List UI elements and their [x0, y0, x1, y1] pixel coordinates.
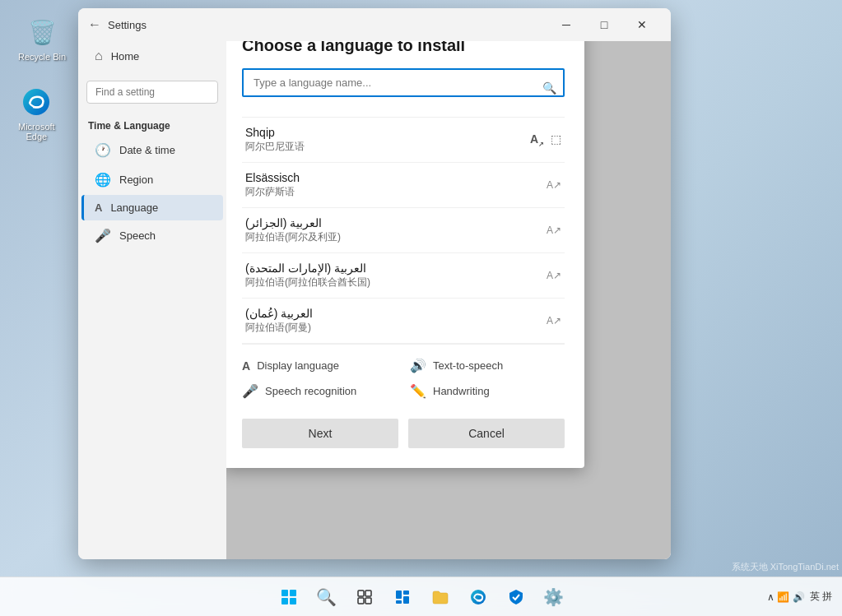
svg-rect-1: [281, 590, 288, 596]
feature-speech-rec-label: Speech recognition: [265, 385, 356, 397]
desktop: 🗑️ Recycle Bin MicrosoftEdge ← Setti: [0, 0, 842, 616]
sidebar-item-date-time[interactable]: 🕐 Date & time: [81, 136, 223, 164]
watermark: 系统天地 XiTongTianDi.net: [732, 561, 839, 573]
lang-icons-shqip: A↗ ⬚: [530, 132, 561, 148]
file-explorer-btn[interactable]: [424, 581, 457, 614]
feature-display-lang-label: Display language: [257, 359, 339, 372]
security-btn[interactable]: [500, 581, 533, 614]
feature-speech-recognition: 🎤 Speech recognition: [242, 383, 397, 399]
settings-window-title: Settings: [108, 19, 147, 31]
text-to-speech-icon: 🔊: [410, 358, 426, 373]
settings-taskbar-btn[interactable]: ⚙️: [537, 581, 570, 614]
svg-point-13: [471, 590, 486, 604]
lang-indicator: 英 拼: [810, 590, 832, 604]
settings-main: Language ＋ Add a language Remove A 🎤 🔗 ✏…: [226, 41, 671, 559]
start-btn[interactable]: [272, 581, 305, 614]
lang-name-arabic-dz: العربية (الجزائر): [245, 216, 547, 229]
sidebar-search-input[interactable]: [86, 81, 218, 104]
svg-rect-9: [396, 591, 402, 599]
svg-rect-10: [403, 591, 409, 595]
close-btn[interactable]: ✕: [623, 12, 661, 38]
lang-icons-arabic-ae: A↗: [547, 270, 561, 281]
lang-name-arabic-ae: العربية (الإمارات المتحدة): [245, 262, 547, 275]
taskbar: 🔍: [0, 577, 842, 616]
lang-icons-arabic-dz: A↗: [547, 225, 561, 236]
display-lang-icon: A: [242, 359, 250, 373]
date-time-icon: 🕐: [95, 142, 111, 158]
sidebar-item-language[interactable]: A Language: [81, 195, 223, 220]
language-search-input[interactable]: [242, 68, 565, 97]
handwriting-icon: ✏️: [410, 383, 426, 399]
lang-icons-elsassisch: A↗: [547, 179, 561, 191]
minimize-btn[interactable]: ─: [547, 12, 585, 38]
list-item[interactable]: العربية (الإمارات المتحدة) 阿拉伯语(阿拉伯联合酋长国…: [242, 253, 565, 299]
sidebar-item-speech[interactable]: 🎤 Speech: [81, 221, 223, 250]
settings-titlebar: ← Settings ─ □ ✕: [78, 8, 671, 41]
svg-rect-2: [290, 590, 296, 596]
lang-name-shqip: Shqip: [245, 126, 530, 139]
widgets-btn[interactable]: [386, 581, 419, 614]
language-dialog: Choose a language to install 🔍 Shqip: [226, 41, 584, 468]
lang-icon-text2: A↗: [547, 179, 561, 191]
speech-icon: 🎤: [95, 228, 111, 243]
sidebar-item-region[interactable]: 🌐 Region: [81, 165, 223, 194]
dialog-title: Choose a language to install: [242, 41, 565, 55]
svg-rect-11: [403, 596, 409, 604]
system-tray-icons: ∧ 📶 🔊: [767, 591, 805, 603]
settings-window: ← Settings ─ □ ✕ ⌂ Home Time & Language …: [78, 8, 671, 559]
lang-icon-text5: A↗: [547, 315, 561, 327]
sidebar-home[interactable]: ⌂ Home: [81, 42, 223, 70]
svg-point-0: [23, 89, 49, 115]
feature-handwriting: ✏️ Handwriting: [410, 383, 565, 399]
sidebar-region-label: Region: [119, 174, 153, 186]
speech-rec-icon: 🎤: [242, 383, 258, 399]
list-item[interactable]: العربية (عُمان) 阿拉伯语(阿曼) A↗: [242, 299, 565, 344]
edge-taskbar-btn[interactable]: [462, 581, 495, 614]
sidebar-date-time-label: Date & time: [119, 144, 175, 156]
feature-grid: A Display language 🔊 Text-to-speech 🎤 Sp: [242, 358, 565, 399]
search-wrapper: 🔍: [242, 68, 565, 107]
region-icon: 🌐: [95, 172, 111, 188]
taskbar-center: 🔍: [272, 581, 570, 614]
maximize-btn[interactable]: □: [585, 12, 623, 38]
svg-rect-7: [358, 598, 364, 604]
cancel-button[interactable]: Cancel: [408, 419, 565, 448]
svg-rect-5: [358, 591, 364, 596]
svg-rect-3: [281, 598, 288, 604]
lang-sub-shqip: 阿尔巴尼亚语: [245, 140, 530, 154]
search-icon: 🔍: [542, 81, 556, 95]
lang-name-elsassisch: Elsässisch: [245, 171, 547, 184]
lang-icon-text4: A↗: [547, 270, 561, 281]
svg-rect-4: [290, 598, 296, 604]
sidebar-language-label: Language: [110, 201, 158, 214]
sidebar-speech-label: Speech: [119, 229, 156, 242]
next-button[interactable]: Next: [242, 419, 398, 448]
lang-sub-arabic-om: 阿拉伯语(阿曼): [245, 321, 547, 335]
feature-tts-label: Text-to-speech: [433, 359, 503, 372]
lang-icon-text: A↗: [530, 132, 544, 148]
language-icon: A: [95, 201, 102, 214]
settings-back-btn[interactable]: ←: [88, 17, 101, 32]
edge-icon[interactable]: MicrosoftEdge: [15, 82, 58, 145]
list-item[interactable]: Elsässisch 阿尔萨斯语 A↗: [242, 163, 565, 208]
feature-handwriting-label: Handwriting: [433, 385, 490, 397]
title-controls: ─ □ ✕: [547, 12, 661, 38]
edge-label: MicrosoftEdge: [18, 122, 55, 141]
feature-text-to-speech: 🔊 Text-to-speech: [410, 358, 565, 373]
recycle-bin-icon[interactable]: 🗑️ Recycle Bin: [15, 12, 69, 65]
lang-icons-arabic-om: A↗: [547, 315, 561, 327]
dialog-buttons: Next Cancel: [242, 419, 565, 448]
sidebar: ⌂ Home Time & Language 🕐 Date & time 🌐 R…: [78, 41, 226, 559]
language-dialog-overlay: Choose a language to install 🔍 Shqip: [226, 41, 671, 559]
list-item[interactable]: Shqip 阿尔巴尼亚语 A↗ ⬚: [242, 118, 565, 163]
sidebar-home-label: Home: [111, 50, 140, 63]
lang-sub-arabic-ae: 阿拉伯语(阿拉伯联合酋长国): [245, 276, 547, 289]
task-view-btn[interactable]: [348, 581, 381, 614]
lang-sub-arabic-dz: 阿拉伯语(阿尔及利亚): [245, 230, 547, 244]
feature-display-lang: A Display language: [242, 358, 397, 373]
lang-icon-link: ⬚: [551, 132, 561, 148]
search-btn[interactable]: 🔍: [310, 581, 343, 614]
list-item[interactable]: العربية (الجزائر) 阿拉伯语(阿尔及利亚) A↗: [242, 208, 565, 253]
settings-body: ⌂ Home Time & Language 🕐 Date & time 🌐 R…: [78, 41, 671, 559]
svg-rect-6: [365, 591, 371, 596]
